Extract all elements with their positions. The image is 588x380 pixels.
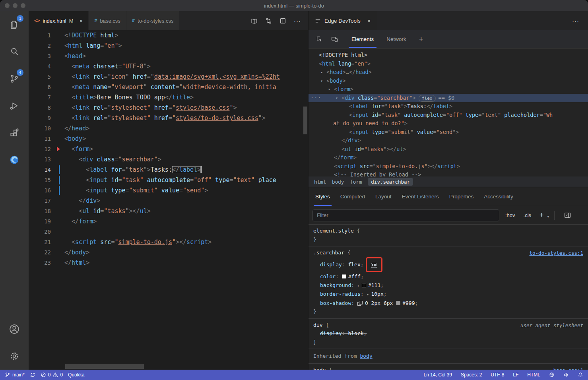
code-line[interactable]: 9 <link rel="stylesheet" href="styles/to… <box>29 113 308 123</box>
line-number[interactable]: 20 <box>29 227 51 237</box>
encoding-setting[interactable]: UTF-8 <box>491 372 504 378</box>
code-line[interactable]: 14 <label for="task">Tasks:</label> <box>29 165 308 175</box>
twisty-icon[interactable]: ▾ <box>336 94 338 103</box>
line-number[interactable]: 14 <box>29 165 51 175</box>
devtools-panel-tab[interactable]: Edge DevTools × <box>309 11 377 30</box>
line-number[interactable]: 9 <box>29 113 51 123</box>
breadcrumb-item-body[interactable]: body <box>332 179 344 185</box>
dom-tree-node[interactable]: ▾<body> <box>309 77 588 85</box>
line-number[interactable]: 10 <box>29 123 51 134</box>
line-number[interactable]: 11 <box>29 134 51 144</box>
close-window-button[interactable] <box>5 3 10 8</box>
git-modified-marker[interactable] <box>51 165 64 175</box>
tab-base-css[interactable]: # base.css <box>89 11 126 30</box>
css-property[interactable]: background: ▸#111; <box>313 281 583 290</box>
git-compare-icon[interactable] <box>265 17 272 24</box>
line-number[interactable]: 16 <box>29 185 51 196</box>
twisty-icon[interactable]: ▸ <box>320 68 323 77</box>
code-line[interactable]: 2<html lang="en"> <box>29 41 308 51</box>
indentation-setting[interactable]: Spaces: 2 <box>461 372 482 378</box>
code-line[interactable]: 3<head> <box>29 51 308 61</box>
toggle-hover-state-button[interactable]: :hov <box>503 211 518 220</box>
git-modified-marker[interactable] <box>51 175 64 185</box>
code-line[interactable]: 10</head> <box>29 123 308 134</box>
editor-code[interactable]: 1<!DOCTYPE html>2<html lang="en">3<head>… <box>29 30 308 370</box>
code-line[interactable]: 23</html> <box>29 258 308 268</box>
device-emulation-button[interactable] <box>327 36 342 43</box>
code-line[interactable]: 4 <meta charset="UTF-8"> <box>29 61 308 72</box>
dom-tree-node[interactable]: ···▾<div class="searchbar">flex== $0 <box>309 94 588 103</box>
code-line[interactable]: 15 <input id="task" autocomplete="off" t… <box>29 175 308 185</box>
browser-preview-button[interactable] <box>549 372 555 378</box>
git-branch-indicator[interactable]: main* <box>5 372 25 378</box>
quokka-status[interactable]: Quokka <box>68 372 84 378</box>
twisty-icon[interactable]: ▾ <box>328 85 330 94</box>
code-line[interactable]: 20 <box>29 227 308 237</box>
notifications-button[interactable] <box>578 372 583 378</box>
split-editor-icon[interactable] <box>279 17 286 24</box>
line-number[interactable]: 1 <box>29 30 51 41</box>
dom-tree-node[interactable]: ▸<head>…</head> <box>309 68 588 77</box>
tab-layout[interactable]: Layout <box>370 187 397 206</box>
tab-styles[interactable]: Styles <box>310 187 335 206</box>
line-number[interactable]: 2 <box>29 41 51 51</box>
activity-extensions[interactable] <box>0 119 29 146</box>
problems-indicator[interactable]: 0 0 <box>41 372 63 378</box>
tab-accessibility[interactable]: Accessibility <box>479 187 518 206</box>
dom-tree-node[interactable]: ▾<form> <box>309 85 588 94</box>
css-property[interactable]: color: #fff; <box>313 272 583 281</box>
dom-tree-node[interactable]: <script src="simple-to-do.js"></script> <box>309 162 588 171</box>
code-line[interactable]: 21 <script src="simple-to-do.js"></scrip… <box>29 237 308 247</box>
line-number[interactable]: 13 <box>29 154 51 165</box>
css-property[interactable]: box-shadow: 0 2px 6px #999; <box>313 299 583 308</box>
dom-tree-node[interactable]: <!DOCTYPE html> <box>309 51 588 60</box>
vertical-scrollbar[interactable] <box>303 107 307 134</box>
line-number[interactable]: 7 <box>29 92 51 103</box>
inspect-element-button[interactable] <box>312 36 327 43</box>
line-number[interactable]: 8 <box>29 103 51 113</box>
code-line[interactable]: 22</body> <box>29 247 308 258</box>
open-preview-icon[interactable] <box>251 17 258 24</box>
line-number[interactable]: 19 <box>29 216 51 227</box>
line-number[interactable]: 17 <box>29 196 51 206</box>
activity-edge-devtools[interactable] <box>0 146 29 173</box>
toggle-class-button[interactable]: .cls <box>521 211 534 220</box>
stylesheet-link[interactable]: base.css:1 <box>553 366 583 370</box>
git-modified-marker[interactable] <box>51 185 64 196</box>
activity-settings[interactable] <box>0 343 29 370</box>
new-style-rule-button[interactable]: + <box>537 211 545 219</box>
css-property[interactable]: display: flex; <box>313 257 583 273</box>
tab-computed[interactable]: Computed <box>335 187 370 206</box>
code-line[interactable]: 12 <form> <box>29 144 308 154</box>
code-line[interactable]: 13 <div class="searchbar"> <box>29 154 308 165</box>
styles-filter-input[interactable] <box>312 209 499 221</box>
stylesheet-link[interactable]: to-do-styles.css:1 <box>530 249 583 258</box>
line-number[interactable]: 3 <box>29 51 51 61</box>
dom-tree-node[interactable]: <input id="task" autocomplete="off" type… <box>309 111 588 120</box>
code-line[interactable]: 6 <meta name="viewport" content="width=d… <box>29 82 308 92</box>
inherited-link[interactable]: body <box>360 353 372 359</box>
dom-tree-node[interactable]: <ul id="tasks"></ul> <box>309 145 588 154</box>
activity-source-control[interactable]: 4 <box>0 65 29 92</box>
code-line[interactable]: 7 <title>Bare Bones TODO app</title> <box>29 92 308 103</box>
dom-tree-node[interactable]: <label for="task">Tasks:</label> <box>309 102 588 111</box>
zoom-window-button[interactable] <box>21 3 25 8</box>
activity-search[interactable] <box>0 38 29 65</box>
rule-selector[interactable]: body { <box>313 366 583 370</box>
cursor-position[interactable]: Ln 14, Col 39 <box>424 372 452 378</box>
dom-tree-node[interactable]: at do you need to do?"> <box>309 119 588 128</box>
more-actions-icon[interactable]: ··· <box>294 17 301 24</box>
code-line[interactable]: 17 </div> <box>29 196 308 206</box>
tab-properties[interactable]: Properties <box>444 187 479 206</box>
breadcrumb-item-form[interactable]: form <box>350 179 362 185</box>
color-swatch[interactable] <box>396 301 400 305</box>
activity-accounts[interactable] <box>0 316 29 343</box>
dom-tree-node[interactable]: </div> <box>309 136 588 145</box>
tab-to-do-styles-css[interactable]: # to-do-styles.css <box>126 11 180 30</box>
horizontal-scrollbar[interactable] <box>65 364 144 369</box>
new-style-rule-caret-icon[interactable]: ▾ <box>547 215 549 219</box>
tab-network[interactable]: Network <box>380 30 413 48</box>
expand-icon[interactable]: ▸ <box>357 281 360 290</box>
code-line[interactable]: 16 <input type="submit" value="send"> <box>29 185 308 196</box>
code-line[interactable]: 1<!DOCTYPE html> <box>29 30 308 41</box>
